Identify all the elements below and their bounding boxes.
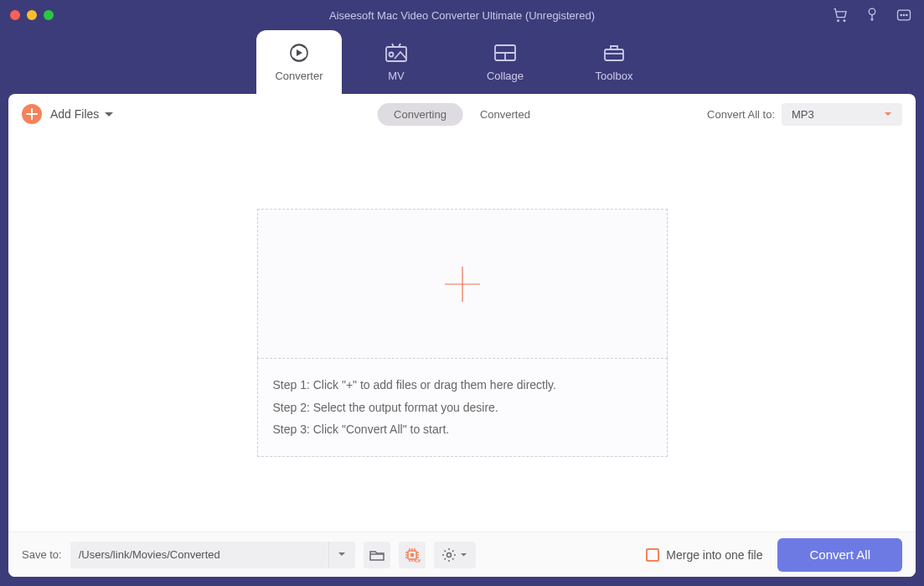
close-window[interactable] xyxy=(10,10,20,20)
dropzone-steps: Step 1: Click "+" to add files or drag t… xyxy=(257,358,668,457)
collage-icon xyxy=(493,43,518,63)
plus-big-icon xyxy=(441,263,483,305)
convert-all-label: Convert All xyxy=(809,547,870,562)
main-tabs: Converter MV Collage Toolbox xyxy=(0,30,924,94)
open-folder-button[interactable] xyxy=(364,542,390,568)
save-path-dropdown[interactable] xyxy=(328,542,355,568)
svg-point-9 xyxy=(390,52,394,56)
add-files-label: Add Files xyxy=(50,107,99,121)
step-2: Step 2: Select the output format you des… xyxy=(273,397,652,419)
titlebar-actions xyxy=(832,7,912,23)
svg-point-15 xyxy=(447,552,452,557)
toolbox-icon xyxy=(601,43,627,63)
status-toggle: Converting Converted xyxy=(377,103,547,126)
mv-icon xyxy=(384,43,409,63)
maximize-window[interactable] xyxy=(44,10,54,20)
window-title: Aiseesoft Mac Video Converter Ultimate (… xyxy=(329,9,595,22)
svg-text:ON: ON xyxy=(416,558,421,563)
minimize-window[interactable] xyxy=(27,10,37,20)
key-icon[interactable] xyxy=(864,7,880,23)
plus-icon xyxy=(22,104,42,124)
status-converting[interactable]: Converting xyxy=(377,103,463,126)
add-files-dropdown[interactable] xyxy=(104,106,114,122)
save-path-select[interactable]: /Users/link/Movies/Converted xyxy=(70,542,355,568)
tab-collage-label: Collage xyxy=(487,70,524,82)
chevron-down-icon xyxy=(338,552,346,557)
feedback-icon[interactable] xyxy=(896,7,912,23)
tab-mv[interactable]: MV xyxy=(342,30,451,94)
convert-all-to-label: Convert All to: xyxy=(707,108,775,121)
svg-point-5 xyxy=(903,14,904,15)
tab-toolbox[interactable]: Toolbox xyxy=(560,30,668,94)
svg-rect-13 xyxy=(410,553,414,557)
dropzone-top[interactable] xyxy=(257,209,668,358)
toolbar: Add Files Converting Converted Convert A… xyxy=(8,94,916,134)
step-1: Step 1: Click "+" to add files or drag t… xyxy=(273,374,652,397)
tab-converter-label: Converter xyxy=(275,70,323,82)
svg-point-0 xyxy=(838,20,839,22)
converter-icon xyxy=(287,43,311,63)
bottombar: Save to: /Users/link/Movies/Converted ON xyxy=(8,532,916,577)
status-converted[interactable]: Converted xyxy=(463,103,547,126)
svg-point-2 xyxy=(869,8,875,14)
tab-mv-label: MV xyxy=(388,70,405,82)
svg-point-4 xyxy=(901,14,901,15)
gear-icon xyxy=(441,547,457,563)
cart-icon[interactable] xyxy=(832,7,849,23)
convert-all-to: Convert All to: MP3 xyxy=(707,103,902,126)
merge-label: Merge into one file xyxy=(666,548,762,562)
save-path-value: /Users/link/Movies/Converted xyxy=(70,548,328,561)
output-format-select[interactable]: MP3 xyxy=(782,103,902,126)
convert-all-button[interactable]: Convert All xyxy=(777,538,902,572)
dropzone[interactable]: Step 1: Click "+" to add files or drag t… xyxy=(257,209,668,457)
add-files-button[interactable]: Add Files xyxy=(22,104,99,124)
cpu-icon: ON xyxy=(404,547,421,563)
svg-point-6 xyxy=(906,14,907,15)
titlebar: Aiseesoft Mac Video Converter Ultimate (… xyxy=(0,0,924,30)
chevron-down-icon xyxy=(460,552,467,557)
settings-button[interactable] xyxy=(434,542,476,568)
tab-converter[interactable]: Converter xyxy=(256,30,342,94)
folder-icon xyxy=(369,547,385,563)
step-3: Step 3: Click "Convert All" to start. xyxy=(273,418,652,441)
output-format-value: MP3 xyxy=(792,108,814,121)
tab-collage[interactable]: Collage xyxy=(451,30,560,94)
tab-toolbox-label: Toolbox xyxy=(596,70,633,82)
chevron-down-icon xyxy=(884,111,892,117)
content-area: Step 1: Click "+" to add files or drag t… xyxy=(8,134,916,532)
svg-point-1 xyxy=(844,20,845,22)
merge-option: Merge into one file xyxy=(646,548,762,562)
save-to-label: Save to: xyxy=(22,548,62,561)
merge-checkbox[interactable] xyxy=(646,548,659,562)
traffic-lights xyxy=(0,10,54,20)
gpu-accel-button[interactable]: ON xyxy=(399,542,426,568)
svg-rect-11 xyxy=(605,49,623,60)
main-panel: Add Files Converting Converted Convert A… xyxy=(8,94,916,577)
